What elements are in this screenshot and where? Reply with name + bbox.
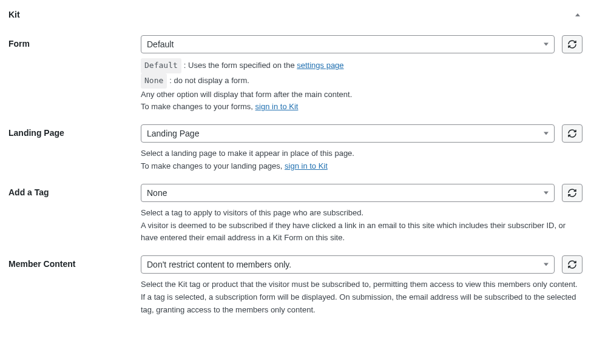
tag-select-value: None [147,188,167,198]
form-help-text-2: : do not display a form. [169,76,249,85]
form-help-text-3: Any other option will display that form … [141,89,583,101]
tag-field-row: Add a Tag None Select a tag to apply to … [0,173,591,244]
landing-help-text: Select a landing page to make it appear … [141,147,583,173]
tag-body: None Select a tag to apply to visitors o… [141,184,583,244]
landing-help-text-2: To make changes to your landing pages, [141,161,285,170]
form-label: Form [8,35,141,49]
form-help-text-1: : Uses the form specified on the [184,61,297,70]
chevron-up-icon [575,13,580,16]
member-body: Don't restrict content to members only. … [141,255,583,316]
member-select-row: Don't restrict content to members only. [141,255,583,274]
member-help-text-1: Select the Kit tag or product that the v… [141,278,583,291]
form-field-row: Form Default Default: Uses the form spec… [0,24,591,113]
landing-select-row: Landing Page [141,124,583,143]
member-field-row: Member Content Don't restrict content to… [0,244,591,316]
member-help-text-2: If a tag is selected, a subscription for… [141,291,583,317]
member-select-value: Don't restrict content to members only. [147,260,291,269]
landing-field-row: Landing Page Landing Page Select a landi… [0,113,591,173]
panel-title: Kit [8,10,20,19]
form-select[interactable]: Default [141,35,555,53]
default-code-badge: Default [141,58,181,73]
landing-select[interactable]: Landing Page [141,124,555,143]
chevron-down-icon [544,263,549,266]
form-signin-link[interactable]: sign in to Kit [255,102,299,111]
tag-select[interactable]: None [141,184,555,202]
landing-help-text-1: Select a landing page to make it appear … [141,147,583,160]
landing-refresh-button[interactable] [562,124,583,143]
chevron-down-icon [544,191,549,194]
landing-body: Landing Page Select a landing page to ma… [141,124,583,173]
form-body: Default Default: Uses the form specified… [141,35,583,113]
member-select[interactable]: Don't restrict content to members only. [141,255,555,274]
settings-page-link[interactable]: settings page [297,61,343,70]
form-refresh-button[interactable] [562,35,583,53]
form-help-text: Default: Uses the form specified on the … [141,58,583,113]
landing-label: Landing Page [8,124,141,138]
panel-header[interactable]: Kit [0,0,591,24]
member-help-text: Select the Kit tag or product that the v… [141,278,583,316]
tag-label: Add a Tag [8,184,141,197]
refresh-icon [567,188,577,198]
landing-signin-link[interactable]: sign in to Kit [285,161,328,170]
refresh-icon [567,129,577,138]
tag-help-text-2: A visitor is deemed to be subscribed if … [141,220,583,245]
form-help-text-4: To make changes to your forms, [141,102,255,111]
form-select-value: Default [147,39,174,49]
refresh-icon [567,39,577,49]
member-refresh-button[interactable] [562,255,583,274]
form-select-row: Default [141,35,583,53]
none-code-badge: None [141,73,167,89]
tag-refresh-button[interactable] [562,184,583,202]
chevron-down-icon [544,43,549,46]
tag-select-row: None [141,184,583,202]
refresh-icon [567,260,577,269]
chevron-down-icon [544,132,549,135]
tag-help-text: Select a tag to apply to visitors of thi… [141,207,583,244]
member-label: Member Content [8,255,141,269]
landing-select-value: Landing Page [147,129,199,138]
tag-help-text-1: Select a tag to apply to visitors of thi… [141,207,583,220]
